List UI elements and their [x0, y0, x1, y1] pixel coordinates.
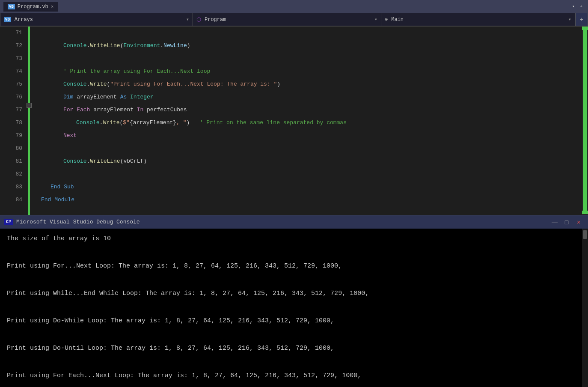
arrays-dropdown[interactable]: VB Arrays ▾ [0, 13, 193, 26]
code-editor: 71 72 73 74 75 76 77 78 79 80 81 82 83 8… [0, 27, 588, 215]
console-close-button[interactable]: × [573, 218, 584, 226]
code-line-82 [38, 168, 582, 181]
console-scroll-thumb[interactable] [583, 230, 587, 239]
console-scrollbar[interactable] [582, 229, 588, 387]
code-line-83: End Sub [38, 181, 582, 194]
console-header: C# Microsoft Visual Studio Debug Console… [0, 215, 588, 229]
code-line-76: Dim arrayElement As Integer [38, 91, 582, 104]
title-bar: VB Program.vb × ▾ + [0, 0, 588, 13]
main-icon: ⊕ [385, 16, 388, 23]
scroll-map-mark2 [582, 211, 588, 214]
console-minimize-button[interactable]: — [549, 218, 560, 226]
code-line-71 [38, 27, 582, 39]
main-label: Main [391, 17, 404, 23]
minimize-icon[interactable]: ▾ [570, 3, 577, 10]
program-dropdown-arrow: ▾ [374, 16, 377, 23]
code-line-77: For Each arrayElement In perfectCubes [38, 104, 582, 116]
console-line-11: Print using For Each...Next Loop: The ar… [7, 371, 581, 381]
console-line-4 [7, 275, 581, 285]
console-title: Microsoft Visual Studio Debug Console [16, 219, 140, 225]
code-line-79: Next [38, 129, 582, 142]
tab-filename: Program.vb [18, 4, 48, 10]
main-dropdown[interactable]: ⊕ Main ▾ [381, 13, 575, 26]
code-line-72: Console.WriteLine(Environment.NewLine) [38, 39, 582, 52]
code-line-84: End Module [38, 194, 582, 206]
scroll-map-mark [582, 27, 588, 30]
vb-icon: VB [4, 17, 11, 22]
program-icon: ⬡ [196, 16, 201, 23]
code-line-75: Console.Write("Print using For Each...Ne… [38, 78, 582, 91]
program-tab[interactable]: VB Program.vb × [3, 2, 58, 12]
arrays-label: Arrays [15, 17, 33, 23]
console-line-8 [7, 330, 581, 340]
console-line-1: The size of the array is 10 [7, 234, 581, 244]
editor-toolbar: VB Arrays ▾ ⬡ Program ▾ ⊕ Main ▾ + [0, 13, 588, 27]
editor-scrollbar[interactable] [582, 27, 588, 215]
program-dropdown[interactable]: ⬡ Program ▾ [193, 13, 381, 26]
console-container: The size of the array is 10 Print using … [0, 229, 588, 387]
console-maximize-button[interactable]: □ [561, 218, 572, 226]
scroll-thumb[interactable] [583, 28, 587, 212]
tab-close-icon[interactable]: × [51, 4, 54, 9]
green-bar [28, 27, 30, 215]
code-line-73 [38, 52, 582, 65]
code-line-80 [38, 142, 582, 155]
console-line-2 [7, 247, 581, 258]
console-line-9: Print using Do-Until Loop: The array is:… [7, 343, 581, 354]
vb-badge: VB [8, 4, 15, 9]
code-lines[interactable]: Console.WriteLine(Environment.NewLine) '… [34, 27, 582, 215]
console-output: The size of the array is 10 Print using … [0, 229, 588, 387]
console-window-controls: — □ × [549, 218, 584, 226]
code-line-81: Console.WriteLine(vbCrLf) [38, 155, 582, 168]
console-line-3: Print using For...Next Loop: The array i… [7, 261, 581, 271]
console-badge: C# [4, 219, 13, 225]
console-line-10 [7, 357, 581, 367]
console-line-7: Print using Do-While Loop: The array is:… [7, 316, 581, 326]
add-tab-button[interactable]: + [575, 13, 588, 26]
code-line-74: ' Print the array using For Each...Next … [38, 65, 582, 78]
console-line-5: Print using While...End While Loop: The … [7, 289, 581, 299]
collapse-indicators: − [26, 27, 34, 215]
line-numbers: 71 72 73 74 75 76 77 78 79 80 81 82 83 8… [0, 27, 26, 215]
main-dropdown-arrow: ▾ [568, 16, 571, 23]
collapse-button-77[interactable]: − [27, 103, 32, 108]
arrays-dropdown-arrow: ▾ [186, 16, 189, 23]
expand-icon[interactable]: + [578, 3, 585, 10]
window-controls: ▾ + [570, 3, 585, 10]
console-line-6 [7, 302, 581, 313]
code-line-78: Console.Write($"{arrayElement}, ") ' Pri… [38, 116, 582, 129]
program-label: Program [205, 17, 226, 23]
